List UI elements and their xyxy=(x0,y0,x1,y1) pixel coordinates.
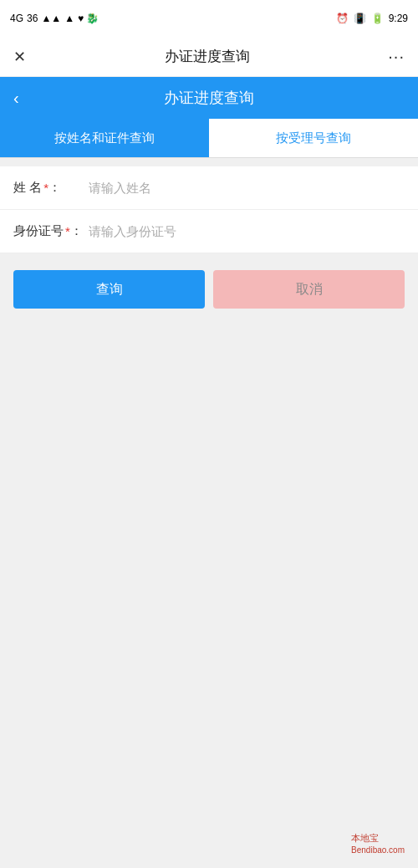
cancel-button[interactable]: 取消 xyxy=(213,270,405,309)
title-bar: ✕ 办证进度查询 ··· xyxy=(0,37,418,77)
status-bar: 4G 36 ▲▲ ▲ ♥ 🐉 ⏰ 📳 🔋 9:29 xyxy=(0,0,418,37)
form-section: 姓 名*： 身份证号*： xyxy=(0,166,418,253)
title-bar-title: 办证进度查询 xyxy=(165,47,250,66)
name-field-row: 姓 名*： xyxy=(0,166,418,210)
id-field-row: 身份证号*： xyxy=(0,210,418,253)
status-left: 4G 36 ▲▲ ▲ ♥ 🐉 xyxy=(10,13,99,24)
tab-receipt-label: 按受理号查询 xyxy=(276,130,351,146)
tab-receipt[interactable]: 按受理号查询 xyxy=(209,119,418,157)
id-label: 身份证号*： xyxy=(13,223,89,239)
signal-36: 36 xyxy=(27,13,38,24)
name-input[interactable] xyxy=(89,181,405,195)
name-required: * xyxy=(43,181,48,195)
id-required: * xyxy=(65,224,70,238)
signal-4g: 4G xyxy=(10,13,23,24)
id-input[interactable] xyxy=(89,224,405,238)
bottom-logo: 本地宝Bendibao.com xyxy=(351,832,405,855)
battery-icon: 🔋 xyxy=(371,13,384,24)
time-display: 9:29 xyxy=(389,13,408,24)
app-header-title: 办证进度查询 xyxy=(38,88,380,108)
close-button[interactable]: ✕ xyxy=(13,48,26,66)
more-button[interactable]: ··· xyxy=(388,47,405,66)
button-row: 查询 取消 xyxy=(13,270,405,309)
status-right: ⏰ 📳 🔋 9:29 xyxy=(336,13,408,24)
query-button[interactable]: 查询 xyxy=(13,270,205,309)
back-button[interactable]: ‹ xyxy=(13,89,38,108)
alarm-icon: ⏰ xyxy=(336,13,349,24)
tab-container: 按姓名和证件查询 按受理号查询 xyxy=(0,119,418,158)
tab-name-cert[interactable]: 按姓名和证件查询 xyxy=(0,119,209,157)
extra-icons: ♥ 🐉 xyxy=(78,13,99,24)
main-content xyxy=(0,325,418,827)
app-header: ‹ 办证进度查询 xyxy=(0,77,418,119)
wifi-icon: ▲ xyxy=(64,13,74,24)
vibrate-icon: 📳 xyxy=(354,13,366,24)
signal-bars: ▲▲ xyxy=(41,13,61,24)
name-label: 姓 名*： xyxy=(13,180,89,196)
tab-name-cert-label: 按姓名和证件查询 xyxy=(54,130,155,146)
